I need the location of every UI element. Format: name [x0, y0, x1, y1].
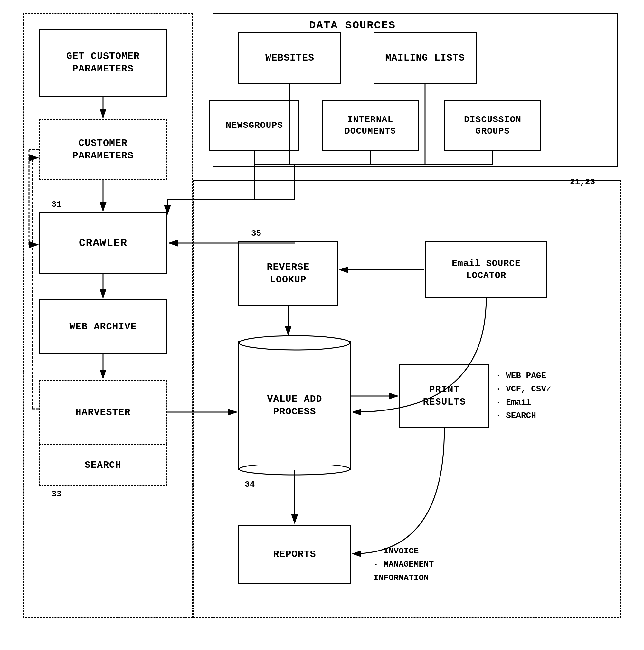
customer-params-box: CUSTOMER PARAMETERS [39, 119, 168, 180]
cylinder-bottom [238, 465, 351, 481]
mailing-lists-box: MAILING LISTS [373, 32, 476, 84]
internal-docs-label: INTERNAL DOCUMENTS [345, 114, 396, 138]
discussion-groups-box: DISCUSSION GROUPS [444, 100, 541, 151]
web-archive-box: WEB ARCHIVE [39, 299, 168, 354]
discussion-groups-label: DISCUSSION GROUPS [464, 114, 521, 138]
harvester-box: HARVESTER [39, 380, 168, 444]
email-source-locator-box: Email SOURCE LOCATOR [425, 242, 547, 298]
newsgroups-label: NEWSGROUPS [226, 120, 283, 131]
cylinder-top [238, 335, 351, 351]
label-34: 34 [245, 480, 255, 490]
websites-label: WEBSITES [265, 52, 314, 64]
email-source-locator-label: Email SOURCE LOCATOR [452, 258, 521, 281]
internal-docs-box: INTERNAL DOCUMENTS [322, 100, 419, 151]
print-results-label: PRINT RESULTS [423, 384, 466, 408]
label-33: 33 [51, 490, 62, 499]
reports-label: REPORTS [273, 548, 316, 561]
crawler-label: CRAWLER [79, 236, 127, 250]
label-35: 35 [251, 228, 261, 238]
mailing-lists-label: MAILING LISTS [385, 52, 465, 64]
reports-list: · INVOICE · MANAGEMENT INFORMATION [373, 531, 434, 585]
web-archive-label: WEB ARCHIVE [69, 321, 137, 333]
label-2123: 21,23 [570, 177, 595, 187]
harvester-label: HARVESTER [75, 406, 131, 419]
value-add-process-label: VALUE ADD PROCESS [267, 393, 322, 418]
crawler-box: CRAWLER [39, 213, 168, 274]
newsgroups-box: NEWSGROUPS [209, 100, 299, 151]
customer-params-label: CUSTOMER PARAMETERS [72, 137, 134, 162]
label-31: 31 [51, 200, 62, 209]
search-label: SEARCH [85, 459, 121, 472]
reverse-lookup-label: REVERSE LOOKUP [266, 261, 310, 286]
reports-box: REPORTS [238, 525, 351, 584]
reverse-lookup-box: REVERSE LOOKUP [238, 242, 338, 306]
websites-box: WEBSITES [238, 32, 341, 84]
print-results-box: PRINT RESULTS [399, 364, 490, 428]
print-results-list: · WEB PAGE · VCF, CSV✓ · Email · SEARCH [496, 356, 551, 423]
svg-point-0 [239, 336, 350, 350]
svg-point-1 [239, 465, 350, 475]
datasources-label: DATA SOURCES [309, 19, 396, 32]
search-box: SEARCH [39, 444, 168, 486]
get-customer-params-label: GET CUSTOMER PARAMETERS [66, 50, 140, 75]
value-add-process-box: VALUE ADD PROCESS [238, 341, 351, 470]
get-customer-params-box: GET CUSTOMER PARAMETERS [39, 29, 168, 97]
diagram-container: DATA SOURCES GET CUSTOMER PARAMETERS CUS… [19, 10, 625, 641]
